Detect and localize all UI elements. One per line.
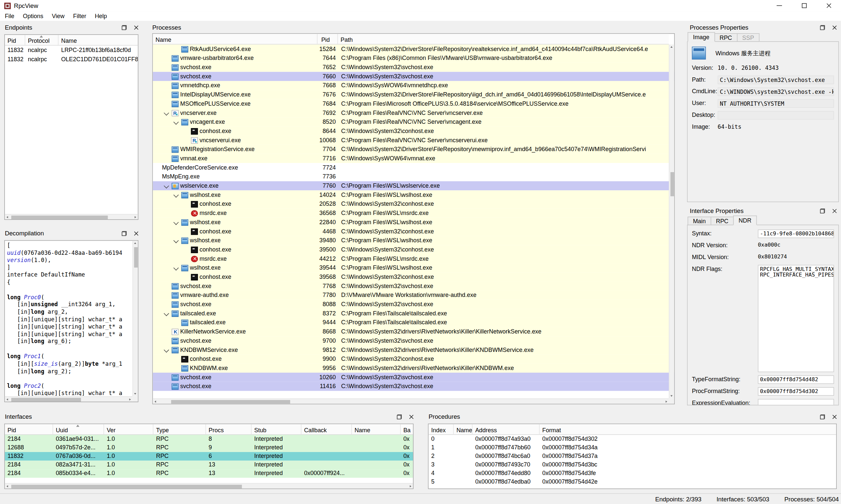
scroll-left-arrow-icon[interactable] [6,398,8,400]
property-value[interactable]: C:\WINDOWS\system32\svchost.exe -k Local… [717,87,834,96]
column-header-address[interactable]: Address [472,424,540,434]
process-row[interactable]: vmware-usbarbitrator64.exe7644C:\Program… [153,54,674,63]
close-panel-button[interactable] [132,24,140,31]
process-row[interactable]: IntelDisplayUMService.exe7676C:\Windows\… [153,90,674,100]
column-header-pid[interactable]: Pid [5,35,25,45]
procedures-panel-titlebar[interactable]: Procedures [424,411,841,423]
property-value[interactable]: -11c9-9fe8-08002b104868 V2.0 [758,230,834,238]
column-header-stub[interactable]: Stub [252,424,301,434]
column-header-pid[interactable]: Pid [5,424,53,434]
process-row[interactable]: svchost.exe9700C:\Windows\System32\svcho… [153,336,674,345]
float-panel-button[interactable] [819,413,826,420]
endpoints-horizontal-scrollbar[interactable] [5,214,138,219]
process-row[interactable]: MsMpEng.exe7736 [153,172,674,181]
float-panel-button[interactable] [120,230,128,237]
endpoint-row[interactable]: 11832ncalrpcOLE2C1DD761DE01C01FF8F8 [5,55,138,64]
menu-item-options[interactable]: Options [19,11,48,21]
process-row[interactable]: svchost.exe11416C:\Windows\System32\svch… [153,382,674,391]
property-value[interactable]: C:\Windows\System32\svchost.exe [717,76,834,84]
close-panel-button[interactable] [831,413,838,420]
process-row[interactable]: KNDBWM.exe9956C:\Windows\System32\driver… [153,363,674,373]
process-row[interactable]: conhost.exe39568C:\Windows\System32\conh… [153,272,674,282]
endpoint-row[interactable]: 11832ncalrpcLRPC-21ff0b13bf6a18cf0d [5,46,138,55]
processes-vertical-scrollbar[interactable] [669,44,674,398]
property-value[interactable]: RPCFLG_HAS_MULTI_SYNTAXES RPC_INTERFACE_… [758,265,834,372]
process-row[interactable]: conhost.exe8644C:\Windows\System32\conho… [153,126,674,136]
decompilation-view[interactable]: [uuid(0767a036-0d22-48aa-ba69-b6194versi… [4,240,138,402]
scrollbar-thumb[interactable] [11,485,242,488]
scrollbar-thumb[interactable] [11,398,81,401]
column-header-type[interactable]: Type [154,424,206,434]
process-row[interactable]: svchost.exe7660C:\Windows\System32\svcho… [153,72,674,81]
float-panel-button[interactable] [819,24,826,31]
float-panel-button[interactable] [819,207,826,215]
scroll-up-arrow-icon[interactable] [671,46,673,48]
interface-row[interactable]: 118320767a036-0d...1.0RPC6Interpreted0x [5,452,413,461]
menu-item-file[interactable]: File [1,11,19,21]
chevron-down-icon[interactable] [162,345,172,355]
process-row[interactable]: svchost.exe7652C:\Windows\System32\svcho… [153,63,674,72]
interfaces-panel-titlebar[interactable]: Interfaces [0,411,418,423]
interface-row[interactable]: 126880497b57d-2e...1.0RPC9Interpreted0x [5,444,413,452]
process-row[interactable]: conhost.exe39500C:\Windows\System32\conh… [153,245,674,254]
process-row[interactable]: msrdc.exe36568C:\Program Files\WSL\msrdc… [153,209,674,218]
process-row[interactable]: wslhost.exe22840C:\Program Files\WSL\wsl… [153,218,674,227]
chevron-down-icon[interactable] [162,309,172,318]
column-header-ver[interactable]: Ver [104,424,154,434]
interface-row[interactable]: 2184085b0334-e4...1.0RPC13Interpreted0x0… [5,469,413,478]
process-row[interactable]: KNDBWMService.exe9812C:\Windows\System32… [153,345,674,355]
interface-properties-titlebar[interactable]: Interface Properties [685,205,841,217]
float-panel-button[interactable] [120,24,128,31]
scroll-left-arrow-icon[interactable] [6,485,8,487]
menu-item-filter[interactable]: Filter [69,11,91,21]
procedure-row[interactable]: 40x00007ff8d74edd800x00007ff8d754d3fe [428,469,836,478]
chevron-down-icon[interactable] [162,108,172,118]
scroll-up-arrow-icon[interactable] [135,242,137,244]
close-panel-button[interactable] [408,413,415,420]
column-header-name[interactable]: Name [454,424,472,434]
property-value[interactable] [758,399,834,406]
menu-item-help[interactable]: Help [91,11,111,21]
property-value[interactable]: 0x00007ff8d754d482 [758,375,834,384]
process-row[interactable]: vncserverui.exe10068C:\Program Files\Rea… [153,136,674,145]
process-row[interactable]: vncagent.exe8520C:\Program Files\RealVNC… [153,118,674,127]
process-row[interactable]: WMIRegistrationService.exe7704C:\Windows… [153,145,674,154]
column-header-name[interactable]: Name [352,424,401,434]
chevron-down-icon[interactable] [162,181,172,191]
menu-item-view[interactable]: View [48,11,69,21]
column-header-pid[interactable]: Pid [318,34,338,44]
process-row[interactable]: msrdc.exe44212C:\Program Files\WSL\msrdc… [153,254,674,263]
close-button[interactable] [816,0,841,11]
process-row[interactable]: conhost.exe20528C:\Windows\System32\conh… [153,199,674,209]
chevron-down-icon[interactable] [172,263,181,273]
column-header-index[interactable]: Index [428,424,454,434]
float-panel-button[interactable] [395,413,403,420]
process-row[interactable]: tailscaled.exe9444C:\Program Files\Tails… [153,318,674,327]
interface-row[interactable]: 2184082a3471-31...1.0RPC13Interpreted0x [5,461,413,469]
scroll-right-arrow-icon[interactable] [665,400,667,402]
chevron-down-icon[interactable] [172,236,181,245]
processes-horizontal-scrollbar[interactable] [153,398,669,403]
tab-rpc[interactable]: RPC [711,217,734,225]
process-row[interactable]: wslservice.exe7760C:\Program Files\WSL\w… [153,181,674,191]
interfaces-horizontal-scrollbar[interactable] [5,483,413,488]
property-value[interactable] [717,111,834,120]
tab-ndr[interactable]: NDR [733,216,757,225]
minimize-button[interactable] [767,0,792,11]
tab-main[interactable]: Main [687,217,711,225]
column-header-callback[interactable]: Callback [301,424,352,434]
process-row[interactable]: vmware-authd.exe7780D:\VMware\VMware Wor… [153,291,674,300]
scroll-left-arrow-icon[interactable] [155,400,156,402]
column-header-protocol[interactable]: Protocol [25,35,59,45]
chevron-down-icon[interactable] [172,190,181,199]
process-row[interactable]: svchost.exe8088C:\Windows\System32\svcho… [153,300,674,309]
interface-row[interactable]: 21840361ae94-031...1.0RPC8Interpreted0x [5,435,413,444]
process-row[interactable]: conhost.exe4468C:\Windows\System32\conho… [153,227,674,236]
tab-ssp[interactable]: SSP [737,33,759,42]
process-row[interactable]: vmnetdhcp.exe7668C:\Windows\SysWOW64\vmn… [153,81,674,90]
process-row[interactable]: vmnat.exe7716C:\Windows\SysWOW64\vmnat.e… [153,154,674,163]
close-panel-button[interactable] [831,24,838,31]
procedure-row[interactable]: 20x00007ff8d74bc6a00x00007ff8d754d37a [428,452,836,461]
process-row[interactable]: KillerNetworkService.exe8668C:\Windows\S… [153,327,674,337]
decompilation-vertical-scrollbar[interactable] [132,241,138,396]
